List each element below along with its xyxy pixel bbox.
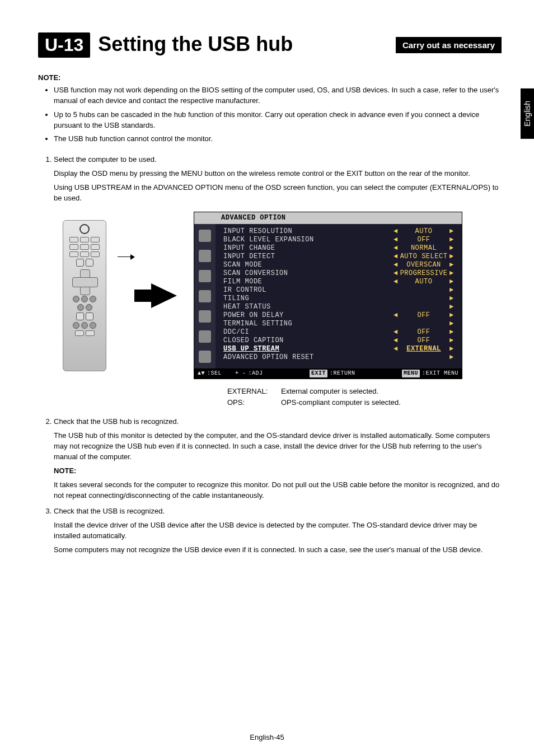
title-group: U-13 Setting the USB hub — [38, 32, 293, 58]
triangle-right-icon: ► — [449, 353, 456, 362]
osd-menu-row: TERMINAL SETTING► — [223, 320, 456, 328]
osd-row-label: SCAN CONVERSION — [223, 269, 391, 278]
triangle-right-icon: ► — [449, 227, 456, 236]
figure-row: ADVANCED OPTION INPUT RESOLUTION◄AUTO►BL… — [63, 212, 502, 380]
osd-hint: :EXIT MENU — [422, 370, 458, 378]
triangle-left-icon: ◄ — [391, 227, 398, 236]
triangle-right-icon: ► — [449, 345, 456, 353]
osd-tab-icon — [199, 230, 211, 242]
triangle-right-icon: ► — [449, 269, 456, 278]
explain-key: EXTERNAL: — [227, 386, 275, 397]
power-icon — [79, 224, 90, 234]
value-explanation: EXTERNAL: External computer is selected.… — [227, 386, 502, 408]
triangle-right-icon: ► — [449, 328, 456, 337]
note-heading: NOTE: — [38, 73, 502, 82]
osd-row-value: AUTO — [398, 278, 449, 286]
osd-menu-row: ADVANCED OPTION RESET► — [223, 353, 456, 362]
osd-tab-icon — [199, 250, 211, 262]
note-item: USB function may not work depending on t… — [54, 85, 502, 106]
page-number: English-45 — [0, 733, 534, 741]
osd-title: ADVANCED OPTION — [194, 212, 462, 224]
necessary-badge: Carry out as necessary — [396, 37, 502, 53]
step-title: Check that the USB hub is recognized. — [54, 417, 502, 427]
triangle-right-icon: ► — [449, 236, 456, 244]
note-heading: NOTE: — [54, 466, 502, 477]
osd-screenshot: ADVANCED OPTION INPUT RESOLUTION◄AUTO►BL… — [194, 212, 462, 380]
explain-row: OPS: OPS-compliant computer is selected. — [227, 397, 502, 408]
osd-row-value: AUTO SELECT — [398, 253, 449, 261]
arrow-right-icon — [151, 283, 177, 308]
osd-row-value: NORMAL — [398, 244, 449, 253]
osd-row-label: TERMINAL SETTING — [223, 320, 391, 328]
step-title: Select the computer to be used. — [54, 155, 502, 165]
page-title: Setting the USB hub — [98, 32, 293, 56]
osd-hint-key: + - — [235, 370, 246, 378]
osd-sidebar — [194, 224, 216, 368]
osd-hint: :ADJ — [249, 370, 263, 378]
note-item: Up to 5 hubs can be cascaded in the hub … — [54, 110, 502, 131]
triangle-left-icon: ◄ — [391, 244, 398, 253]
osd-tab-icon — [199, 270, 211, 282]
osd-row-label: HEAT STATUS — [223, 303, 391, 311]
note-list: USB function may not work depending on t… — [38, 85, 502, 144]
osd-menu-row: SCAN CONVERSION◄PROGRESSIVE► — [223, 269, 456, 278]
osd-menu-row: INPUT CHANGE◄NORMAL► — [223, 244, 456, 253]
explain-row: EXTERNAL: External computer is selected. — [227, 386, 502, 397]
osd-menu-row: BLACK LEVEL EXPANSION◄OFF► — [223, 236, 456, 244]
step-2: Check that the USB hub is recognized. Th… — [54, 417, 502, 501]
triangle-left-icon: ◄ — [391, 253, 398, 261]
osd-tab-icon — [199, 351, 211, 363]
osd-row-value: OFF — [398, 311, 449, 320]
triangle-right-icon: ► — [449, 278, 456, 286]
step-text: Some computers may not recognize the USB… — [54, 545, 502, 556]
osd-hint-key: EXIT — [310, 370, 327, 378]
osd-row-value: EXTERNAL — [398, 345, 449, 353]
osd-hint-key: MENU — [402, 370, 420, 378]
triangle-right-icon: ► — [449, 320, 456, 328]
osd-row-label: CLOSED CAPTION — [223, 337, 391, 345]
triangle-left-icon: ◄ — [391, 278, 398, 286]
osd-row-value: OVERSCAN — [398, 261, 449, 269]
dpad-icon — [72, 269, 97, 294]
osd-row-label: FILM MODE — [223, 278, 391, 286]
triangle-right-icon: ► — [449, 337, 456, 345]
osd-menu-row: INPUT RESOLUTION◄AUTO► — [223, 227, 456, 236]
explain-val: OPS-compliant computer is selected. — [281, 397, 401, 408]
explain-val: External computer is selected. — [281, 386, 378, 397]
explain-key: OPS: — [227, 397, 275, 408]
osd-row-label: IR CONTROL — [223, 286, 391, 295]
osd-tab-icon — [199, 330, 211, 343]
step-text: Using USB UPSTREAM in the ADVANCED OPTIO… — [54, 183, 502, 204]
osd-row-label: ADVANCED OPTION RESET — [223, 353, 391, 362]
note-item: The USB hub function cannot control the … — [54, 134, 502, 144]
osd-row-label: INPUT DETECT — [223, 253, 391, 261]
step-text: Display the OSD menu by pressing the MEN… — [54, 169, 502, 179]
osd-menu-row: HEAT STATUS► — [223, 303, 456, 311]
osd-row-label: DDC/CI — [223, 328, 391, 337]
triangle-left-icon: ◄ — [391, 337, 398, 345]
osd-menu-row: TILING► — [223, 295, 456, 303]
osd-tab-icon — [199, 290, 211, 302]
osd-menu-row: SCAN MODE◄OVERSCAN► — [223, 261, 456, 269]
triangle-left-icon: ◄ — [391, 345, 398, 353]
osd-hint-key: ▲▼ — [198, 370, 205, 378]
step-text: Install the device driver of the USB dev… — [54, 520, 502, 542]
osd-tab-icon — [199, 310, 211, 323]
osd-row-label: SCAN MODE — [223, 261, 391, 269]
page-header: U-13 Setting the USB hub Carry out as ne… — [38, 32, 502, 58]
osd-menu-row: FILM MODE◄AUTO► — [223, 278, 456, 286]
triangle-right-icon: ► — [449, 295, 456, 303]
osd-row-value: PROGRESSIVE — [398, 269, 449, 278]
triangle-right-icon: ► — [449, 286, 456, 295]
osd-menu-row: IR CONTROL► — [223, 286, 456, 295]
pointer-line — [118, 256, 134, 263]
language-tab: English — [521, 88, 534, 139]
osd-row-label: TILING — [223, 295, 391, 303]
osd-row-value: AUTO — [398, 227, 449, 236]
step-1: Select the computer to be used. Display … — [54, 155, 502, 408]
step-text: It takes several seconds for the compute… — [54, 480, 502, 501]
triangle-left-icon: ◄ — [391, 269, 398, 278]
osd-menu-row: POWER ON DELAY◄OFF► — [223, 311, 456, 320]
triangle-right-icon: ► — [449, 303, 456, 311]
osd-hint: :SEL — [207, 370, 222, 378]
